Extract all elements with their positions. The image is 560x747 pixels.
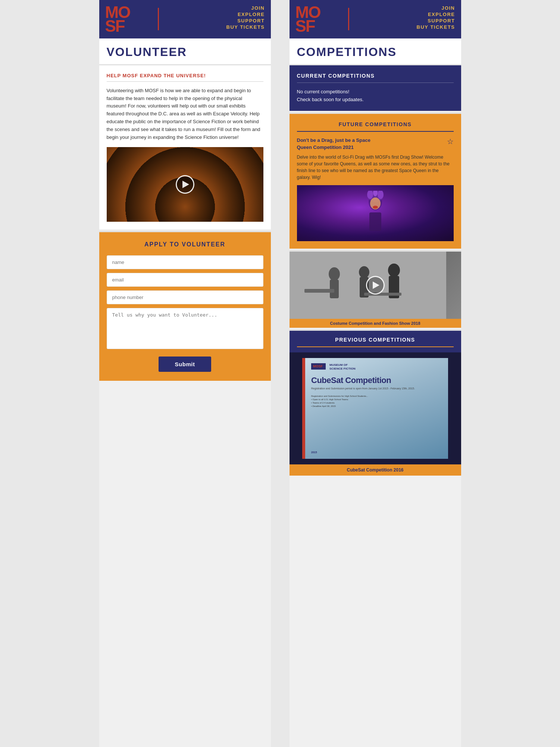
current-competitions-heading: CURRENT COMPETITIONS xyxy=(297,73,454,79)
logo-divider xyxy=(158,8,159,30)
right-nav-join[interactable]: JOIN xyxy=(441,5,455,11)
costume-caption: Costume Competition and Fashion Show 201… xyxy=(290,319,461,328)
right-nav-support[interactable]: SUPPORT xyxy=(428,18,455,24)
costume-play-button[interactable] xyxy=(366,276,385,295)
card-header: Don't be a Drag, just be a Space Queen C… xyxy=(297,137,454,150)
volunteer-video[interactable] xyxy=(107,147,263,222)
nav-join[interactable]: JOIN xyxy=(251,5,265,11)
svg-point-10 xyxy=(329,267,340,281)
current-divider xyxy=(297,83,454,83)
cubesat-logo-mo: MO xyxy=(313,365,319,368)
message-textarea[interactable] xyxy=(107,308,263,349)
play-icon xyxy=(182,181,189,188)
previous-competitions-heading: PREVIOUS COMPETITIONS xyxy=(290,331,461,346)
current-competitions-section: CURRENT COMPETITIONS No current competit… xyxy=(290,65,461,111)
cubesat-body: Registration and Submission period is op… xyxy=(311,387,443,448)
competitions-page-title: COMPETITIONS xyxy=(290,38,461,65)
submit-button[interactable]: Submit xyxy=(159,357,212,372)
cubesat-poster: MO SF MUSEUM OFSCIENCE FICTION CubeSat C… xyxy=(302,358,448,459)
card-title: Don't be a Drag, just be a Space Queen C… xyxy=(297,137,372,150)
logo-sf: SF xyxy=(105,19,130,33)
costume-video[interactable] xyxy=(290,252,461,319)
previous-divider xyxy=(297,346,454,347)
right-logo: MO SF xyxy=(295,5,353,33)
heading-divider xyxy=(107,81,263,82)
volunteer-title: VOLUNTEER xyxy=(107,45,263,59)
svg-point-14 xyxy=(388,264,400,277)
future-divider xyxy=(297,131,454,132)
apply-title: APPLY TO VOLUNTEER xyxy=(107,241,263,248)
drag-queen-image xyxy=(297,185,454,241)
svg-rect-7 xyxy=(369,212,381,231)
card-description: Delve into the world of Sci-Fi Drag with… xyxy=(297,154,454,181)
svg-point-6 xyxy=(373,206,378,209)
right-logo-letters: MO SF xyxy=(295,5,345,33)
volunteer-page-title: VOLUNTEER xyxy=(99,38,271,65)
left-header: MO SF JOIN EXPLORE SUPPORT BUY TICKETS xyxy=(99,0,271,38)
right-nav: JOIN EXPLORE SUPPORT BUY TICKETS xyxy=(417,5,455,30)
previous-competitions-section: PREVIOUS COMPETITIONS MO SF MUSEUM OFSCI… xyxy=(290,331,461,476)
logo-letters: MO SF xyxy=(105,5,155,33)
right-header: MO SF JOIN EXPLORE SUPPORT BUY TICKETS xyxy=(290,0,461,38)
costume-section: Costume Competition and Fashion Show 201… xyxy=(290,252,461,328)
cubesat-image: MO SF MUSEUM OFSCIENCE FICTION CubeSat C… xyxy=(290,352,461,464)
space-queen-card: Don't be a Drag, just be a Space Queen C… xyxy=(297,137,454,241)
cubesat-details: Registration and Submissions for High Sc… xyxy=(311,395,443,408)
cubesat-title: CubeSat Competition xyxy=(311,376,443,385)
red-stripe xyxy=(302,358,305,459)
nav-explore[interactable]: EXPLORE xyxy=(238,12,265,17)
right-logo-sf: SF xyxy=(295,19,320,33)
left-nav: JOIN EXPLORE SUPPORT BUY TICKETS xyxy=(226,5,265,30)
name-input[interactable] xyxy=(107,255,263,269)
right-panel: MO SF JOIN EXPLORE SUPPORT BUY TICKETS C… xyxy=(290,0,461,747)
cubesat-caption: CubeSat Competition 2016 xyxy=(290,464,461,476)
volunteer-section-heading: HELP MOSF EXPAND THE UNIVERSE! xyxy=(107,73,263,78)
cubesat-logo-sf: SF xyxy=(319,365,324,368)
email-input[interactable] xyxy=(107,273,263,287)
nav-support[interactable]: SUPPORT xyxy=(237,18,265,24)
drag-queen-svg xyxy=(360,191,390,236)
competitions-title: COMPETITIONS xyxy=(297,45,454,59)
volunteer-body: Volunteering with MOSF is how we are abl… xyxy=(107,87,263,141)
star-icon[interactable]: ☆ xyxy=(447,137,454,146)
nav-buy-tickets[interactable]: BUY TICKETS xyxy=(226,24,265,30)
cubesat-museum-name: MUSEUM OFSCIENCE FICTION xyxy=(329,363,356,371)
svg-rect-16 xyxy=(304,289,334,293)
left-panel: MO SF JOIN EXPLORE SUPPORT BUY TICKETS V… xyxy=(99,0,271,747)
apply-section: APPLY TO VOLUNTEER Submit xyxy=(99,232,271,381)
no-competitions-text: No current competitions! Check back soon… xyxy=(297,88,454,104)
right-logo-divider xyxy=(348,8,349,30)
costume-play-icon xyxy=(373,281,379,289)
right-nav-explore[interactable]: EXPLORE xyxy=(428,12,455,17)
volunteer-content: HELP MOSF EXPAND THE UNIVERSE! Volunteer… xyxy=(99,65,271,230)
play-button[interactable] xyxy=(176,175,194,194)
future-competitions-heading: FUTURE COMPETITIONS xyxy=(297,121,454,127)
cubesat-logo: MO SF xyxy=(311,363,326,370)
svg-point-12 xyxy=(359,266,369,278)
future-competitions-section: FUTURE COMPETITIONS Don't be a Drag, jus… xyxy=(290,114,461,248)
left-logo: MO SF xyxy=(105,5,162,33)
drag-queen-bg xyxy=(297,185,454,241)
svg-rect-17 xyxy=(364,293,401,296)
right-nav-buy-tickets[interactable]: BUY TICKETS xyxy=(417,24,455,30)
phone-input[interactable] xyxy=(107,290,263,304)
cubesat-header: MO SF MUSEUM OFSCIENCE FICTION xyxy=(311,363,443,371)
cubesat-year: 2015 xyxy=(311,451,443,454)
